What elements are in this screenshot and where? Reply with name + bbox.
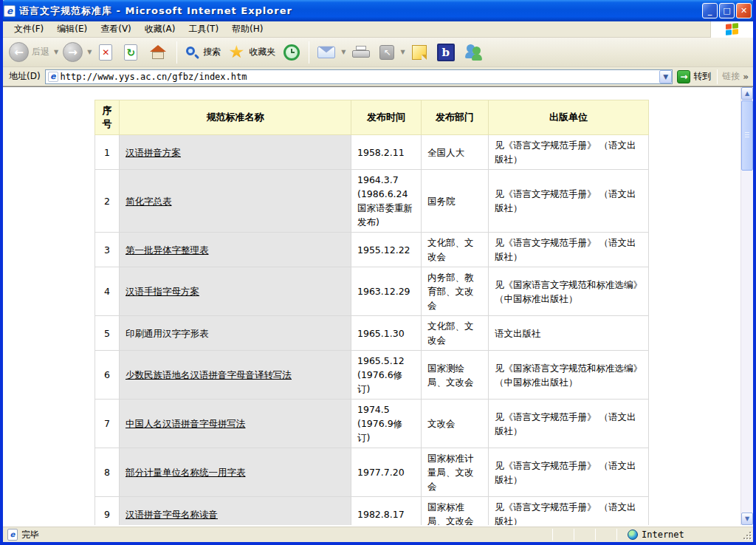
vertical-scrollbar[interactable]: ▲ ▼ (740, 87, 753, 525)
edit-button[interactable]: ↖ (375, 44, 399, 61)
standard-link[interactable]: 中国人名汉语拼音字母拼写法 (126, 418, 246, 429)
search-label: 搜索 (203, 46, 221, 58)
notes-button[interactable] (407, 44, 432, 61)
scrollbar-thumb[interactable] (741, 100, 753, 171)
publish-dept-cell: 文化部、文改会 (422, 316, 489, 351)
standard-link[interactable]: 少数民族语地名汉语拼音字母音译转写法 (126, 369, 292, 380)
maximize-button[interactable]: □ (719, 3, 735, 18)
links-chevron-icon[interactable]: » (743, 72, 749, 82)
print-button[interactable] (347, 44, 375, 61)
menu-tools[interactable]: 工具(T) (182, 21, 225, 38)
scroll-down-button[interactable]: ▼ (741, 513, 753, 525)
links-label[interactable]: 链接 (722, 70, 740, 83)
standard-name-cell: 简化字总表 (120, 170, 351, 233)
stop-button[interactable]: ✕ (93, 43, 118, 62)
go-button[interactable]: → 转到 (677, 70, 711, 83)
standard-link[interactable]: 汉语拼音方案 (126, 147, 181, 158)
edit-dropdown-icon[interactable]: ▼ (400, 49, 405, 55)
standard-toolbar: ← 后退 ▼ → ▼ ✕ ↻ 搜索 (3, 38, 753, 67)
status-bar: e 完毕 Internet (3, 525, 753, 542)
windows-flag-icon (726, 23, 738, 36)
forward-button[interactable]: → (60, 41, 86, 64)
standard-link[interactable]: 第一批异体字整理表 (126, 244, 209, 256)
forward-icon: → (63, 42, 83, 62)
window-title: 语言文字规范标准库 - Microsoft Internet Explorer (19, 4, 701, 18)
favorites-label: 收藏夹 (249, 46, 275, 58)
publisher-cell: 见《语言文字规范手册》 （语文出版社） (489, 448, 649, 497)
menu-view[interactable]: 查看(V) (94, 21, 138, 38)
row-index-cell: 1 (95, 135, 120, 170)
search-button[interactable]: 搜索 (181, 44, 224, 60)
publish-date-cell: 1965.1.30 (351, 316, 422, 351)
address-separator (717, 69, 718, 84)
messenger-icon (465, 44, 484, 61)
menu-favorites[interactable]: 收藏(A) (138, 21, 182, 38)
table-header-row: 序号 规范标准名称 发布时间 发布部门 出版单位 (95, 100, 649, 135)
internet-globe-icon (628, 529, 638, 540)
mail-button[interactable] (313, 45, 340, 60)
go-arrow-icon: → (677, 70, 690, 83)
standard-name: 印刷通用汉字字形表 (126, 328, 209, 339)
publisher-cell: 见《语言文字规范手册》 （语文出版社） (489, 170, 649, 233)
publish-date-cell: 1955.12.22 (351, 233, 422, 267)
mail-dropdown-icon[interactable]: ▼ (341, 49, 346, 55)
header-index: 序号 (95, 100, 120, 135)
security-zone-pane: Internet (628, 529, 738, 540)
b-logo-button[interactable]: b (432, 42, 460, 63)
browser-window: e 语言文字规范标准库 - Microsoft Internet Explore… (0, 0, 756, 545)
resize-grip[interactable] (741, 529, 752, 540)
history-icon (284, 44, 300, 61)
publish-dept-cell: 文化部、文改会 (422, 233, 489, 267)
table-row: 9汉语拼音字母名称读音1982.8.17国家标准局、文改会见《语言文字规范手册》… (95, 497, 649, 526)
standard-name-cell: 部分计量单位名称统一用字表 (120, 448, 351, 497)
status-pane-separator (574, 529, 574, 541)
publish-dept-cell: 国务院 (422, 170, 489, 233)
table-row: 7中国人名汉语拼音字母拼写法1974.5 (1976.9修订)文改会见《语言文字… (95, 400, 649, 448)
status-pane-separator (552, 529, 553, 541)
page-favicon-icon: e (48, 72, 58, 82)
standard-name-cell: 少数民族语地名汉语拼音字母音译转写法 (120, 351, 351, 400)
publish-date-cell: 1977.7.20 (351, 448, 422, 497)
menu-edit[interactable]: 编辑(E) (50, 21, 94, 38)
standard-name-cell: 汉语手指字母方案 (120, 267, 351, 316)
publish-dept-cell: 国家测绘局、文改会 (422, 351, 489, 400)
header-date: 发布时间 (351, 100, 422, 135)
table-row: 1汉语拼音方案1958.2.11全国人大见《语言文字规范手册》 （语文出版社） (95, 135, 649, 170)
standard-link[interactable]: 汉语拼音字母名称读音 (126, 509, 218, 520)
publisher-cell: 见《语言文字规范手册》 （语文出版社） (489, 497, 649, 526)
menu-file[interactable]: 文件(F) (7, 21, 50, 38)
row-index-cell: 2 (95, 170, 120, 233)
standard-link[interactable]: 汉语手指字母方案 (126, 286, 199, 297)
search-icon (186, 47, 198, 58)
messenger-button[interactable] (460, 43, 489, 62)
scroll-up-button[interactable]: ▲ (741, 87, 753, 100)
standard-link[interactable]: 简化字总表 (126, 196, 172, 207)
history-button[interactable] (278, 43, 305, 62)
menu-bar: 文件(F) 编辑(E) 查看(V) 收藏(A) 工具(T) 帮助(H) (3, 21, 753, 38)
publisher-cell: 见《语言文字规范手册》 （语文出版社） (489, 400, 649, 448)
forward-dropdown-icon[interactable]: ▼ (87, 49, 92, 55)
table-row: 2简化字总表1964.3.7 (1986.6.24国家语委重新发布)国务院见《语… (95, 170, 649, 233)
status-pane-separator (595, 529, 596, 541)
toolbar-separator (176, 41, 177, 64)
home-button[interactable] (143, 44, 173, 61)
status-pane-separator (616, 529, 617, 541)
back-button[interactable]: ← 后退 (6, 41, 52, 64)
standard-name-cell: 印刷通用汉字字形表 (120, 316, 351, 351)
standard-name-cell: 中国人名汉语拼音字母拼写法 (120, 400, 351, 448)
scrollbar-track[interactable] (741, 171, 753, 513)
favorites-button[interactable]: 收藏夹 (224, 44, 278, 61)
standard-link[interactable]: 部分计量单位名称统一用字表 (126, 467, 246, 478)
standard-name-cell: 第一批异体字整理表 (120, 233, 351, 267)
address-dropdown-icon[interactable]: ▼ (659, 70, 672, 83)
menu-help[interactable]: 帮助(H) (225, 21, 269, 38)
address-input[interactable] (61, 70, 660, 83)
refresh-button[interactable]: ↻ (118, 43, 143, 62)
publish-dept-cell: 国家标准局、文改会 (422, 497, 489, 526)
standard-name-cell: 汉语拼音方案 (120, 135, 351, 170)
back-dropdown-icon[interactable]: ▼ (54, 49, 58, 55)
close-button[interactable]: ✕ (736, 3, 752, 18)
table-row: 6少数民族语地名汉语拼音字母音译转写法1965.5.12 (1976.6修订)国… (95, 351, 649, 400)
address-bar: 地址(D) e ▼ → 转到 链接 » (3, 67, 753, 86)
minimize-button[interactable]: _ (702, 3, 718, 18)
